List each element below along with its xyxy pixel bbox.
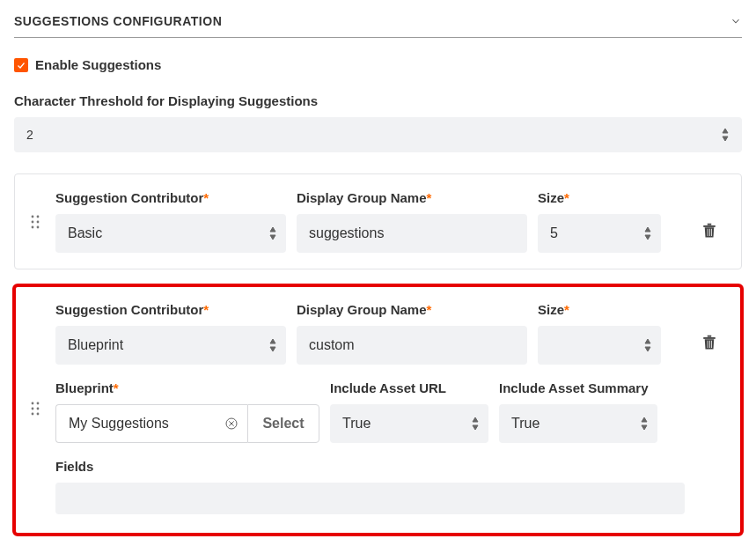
svg-rect-12: [703, 225, 716, 227]
fields-label: Fields: [55, 459, 685, 474]
svg-rect-31: [703, 337, 716, 339]
svg-point-6: [32, 225, 34, 228]
section-title: SUGGESTIONS CONFIGURATION: [14, 14, 222, 28]
display-group-input[interactable]: suggestions: [297, 214, 527, 253]
svg-marker-0: [723, 129, 728, 133]
card-body: Suggestion Contributor* Basic Display Gr…: [55, 190, 685, 253]
size-value: 5: [550, 225, 558, 241]
field-row: Suggestion Contributor* Basic Display Gr…: [55, 190, 685, 253]
display-group-value: custom: [309, 337, 355, 353]
section-header: SUGGESTIONS CONFIGURATION: [14, 14, 742, 38]
sort-icon: [643, 338, 652, 352]
contributor-select[interactable]: Blueprint: [55, 326, 286, 365]
trash-icon[interactable]: [701, 222, 717, 240]
svg-point-16: [32, 407, 34, 410]
drag-handle-icon[interactable]: [31, 215, 40, 229]
enable-suggestions-row: Enable Suggestions: [14, 57, 742, 72]
svg-point-3: [37, 215, 40, 218]
clear-icon[interactable]: [224, 417, 239, 431]
card-body: Suggestion Contributor* Blueprint Displa…: [55, 302, 685, 514]
drag-column: [24, 302, 47, 514]
blueprint-select-button[interactable]: Select: [247, 404, 319, 443]
svg-point-7: [37, 225, 40, 228]
threshold-value: 2: [26, 128, 33, 142]
drag-column: [24, 190, 47, 253]
include-url-value: True: [342, 416, 371, 432]
blueprint-value-box[interactable]: My Suggestions: [55, 404, 247, 443]
contributor-label: Suggestion Contributor*: [55, 302, 286, 317]
svg-point-15: [37, 402, 40, 404]
contributor-label: Suggestion Contributor*: [55, 190, 286, 205]
blueprint-picker: My Suggestions Select: [55, 404, 319, 443]
trash-column: [694, 190, 725, 253]
svg-marker-9: [270, 235, 275, 240]
threshold-select[interactable]: 2: [14, 117, 742, 152]
svg-point-19: [37, 412, 40, 415]
include-url-select[interactable]: True: [330, 404, 488, 443]
display-group-input[interactable]: custom: [297, 326, 527, 365]
size-label: Size*: [538, 190, 661, 205]
trash-column: [694, 302, 725, 514]
include-summary-label: Include Asset Summary: [499, 380, 657, 395]
svg-marker-29: [642, 417, 647, 422]
include-url-label: Include Asset URL: [330, 380, 488, 395]
svg-marker-10: [645, 227, 650, 232]
svg-rect-13: [708, 224, 712, 225]
suggestion-card-basic: Suggestion Contributor* Basic Display Gr…: [14, 173, 742, 269]
svg-point-17: [37, 407, 40, 410]
svg-marker-22: [645, 339, 650, 343]
display-group-label: Display Group Name*: [297, 302, 527, 317]
include-summary-select[interactable]: True: [499, 404, 657, 443]
svg-marker-20: [270, 339, 275, 343]
display-group-value: suggestions: [309, 225, 384, 241]
svg-rect-32: [708, 336, 712, 337]
enable-suggestions-label: Enable Suggestions: [35, 57, 161, 72]
svg-marker-28: [473, 425, 478, 430]
svg-point-18: [32, 412, 34, 415]
sort-icon: [643, 226, 652, 240]
svg-marker-30: [642, 425, 647, 430]
sort-icon: [471, 417, 480, 431]
field-row: Blueprint* My Suggestions Select Include…: [55, 380, 685, 443]
contributor-value: Basic: [68, 225, 102, 241]
sort-icon: [268, 338, 277, 352]
svg-point-14: [32, 402, 34, 404]
svg-marker-1: [723, 136, 728, 141]
threshold-label: Character Threshold for Displaying Sugge…: [14, 93, 742, 108]
svg-marker-21: [270, 347, 275, 351]
svg-marker-11: [645, 235, 650, 240]
size-input[interactable]: [538, 326, 661, 365]
check-icon: [16, 60, 26, 70]
enable-suggestions-checkbox[interactable]: [14, 58, 28, 72]
trash-icon[interactable]: [701, 334, 717, 351]
blueprint-label: Blueprint*: [55, 380, 319, 395]
field-row: Suggestion Contributor* Blueprint Displa…: [55, 302, 685, 365]
suggestion-card-blueprint: Suggestion Contributor* Blueprint Displa…: [14, 285, 742, 535]
sort-icon: [721, 128, 730, 142]
blueprint-value: My Suggestions: [69, 416, 169, 432]
include-summary-value: True: [511, 416, 539, 432]
svg-point-2: [32, 215, 34, 218]
contributor-select[interactable]: Basic: [55, 214, 286, 253]
sort-icon: [640, 417, 649, 431]
contributor-value: Blueprint: [68, 337, 123, 353]
chevron-down-icon[interactable]: [730, 15, 742, 27]
svg-marker-8: [270, 227, 275, 232]
svg-marker-27: [473, 417, 478, 422]
size-input[interactable]: 5: [538, 214, 661, 253]
svg-point-4: [32, 220, 34, 223]
size-label: Size*: [538, 302, 661, 317]
display-group-label: Display Group Name*: [297, 190, 527, 205]
sort-icon: [268, 226, 277, 240]
fields-input[interactable]: [55, 483, 685, 514]
svg-marker-23: [645, 347, 650, 351]
svg-point-5: [37, 220, 40, 223]
drag-handle-icon[interactable]: [31, 402, 40, 416]
